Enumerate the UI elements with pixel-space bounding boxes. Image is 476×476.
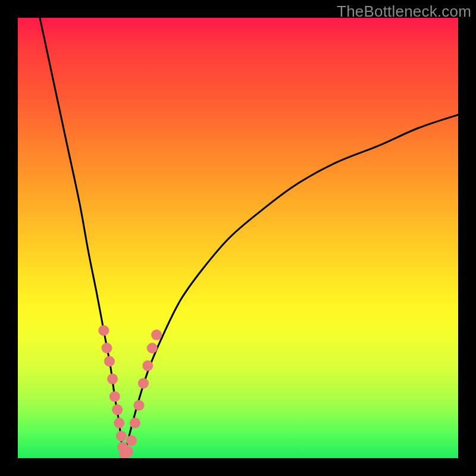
marker-point [126, 435, 137, 446]
marker-point [138, 378, 149, 389]
marker-point [114, 418, 124, 428]
marker-point [123, 446, 133, 457]
marker-point [104, 356, 115, 367]
curve-right-branch [124, 115, 458, 458]
marker-point [134, 400, 145, 411]
curve-left-branch [40, 18, 124, 458]
chart-frame: TheBottleneck.com [0, 0, 476, 476]
marker-point [107, 374, 118, 384]
marker-point [130, 418, 140, 428]
marker-point [98, 325, 109, 336]
watermark-text: TheBottleneck.com [337, 2, 471, 21]
plot-area [18, 18, 458, 458]
marker-point [116, 431, 127, 441]
marker-point [109, 391, 120, 402]
marker-point [147, 343, 158, 353]
marker-point [101, 343, 112, 353]
curve-layer [18, 18, 458, 458]
marker-point [142, 361, 153, 371]
marker-point [112, 405, 123, 415]
marker-point [151, 330, 162, 340]
